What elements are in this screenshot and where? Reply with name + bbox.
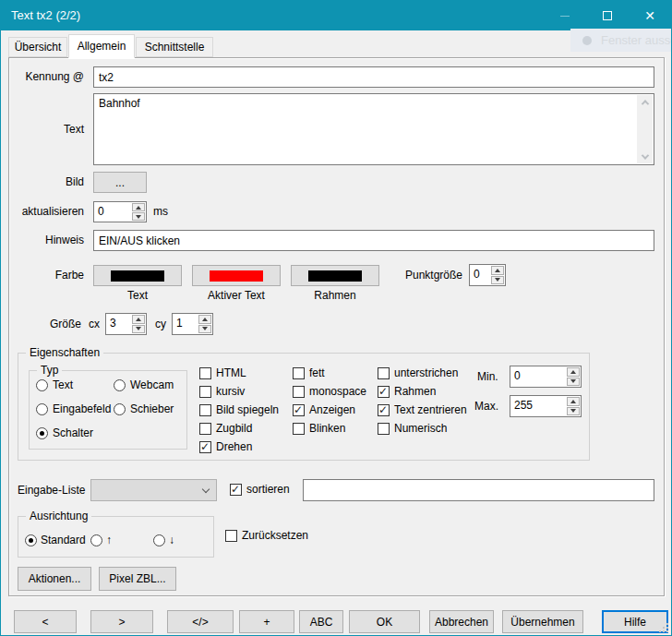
checkbox-blinken-label[interactable]: Blinken bbox=[309, 422, 345, 436]
next-button[interactable]: > bbox=[90, 610, 153, 633]
spin-down-button[interactable] bbox=[567, 407, 580, 416]
hinweis-input[interactable] bbox=[93, 230, 654, 251]
checkbox-monospace[interactable] bbox=[293, 386, 305, 398]
checkbox-zugbild[interactable] bbox=[199, 423, 211, 435]
checkbox-drehen-label[interactable]: Drehen bbox=[216, 440, 252, 454]
tab-schnittstelle[interactable]: Schnittstelle bbox=[136, 37, 213, 57]
rahmen-color-button[interactable] bbox=[291, 265, 379, 286]
radio-ausrichtung-standard-label[interactable]: Standard bbox=[41, 534, 86, 547]
prev-button[interactable]: < bbox=[14, 610, 77, 633]
radio-typ-schieber-label[interactable]: Schieber bbox=[130, 402, 174, 416]
checkbox-kursiv[interactable] bbox=[199, 386, 211, 398]
radio-ausrichtung-up-label[interactable]: ↑ bbox=[106, 534, 112, 547]
radio-typ-eingabefeld[interactable] bbox=[36, 403, 48, 415]
resize-grip[interactable] bbox=[659, 623, 668, 632]
radio-typ-schieber[interactable] bbox=[114, 403, 126, 415]
kennung-input[interactable] bbox=[93, 66, 654, 88]
maximize-button[interactable] bbox=[586, 1, 629, 30]
cx-value[interactable]: 3 bbox=[106, 314, 131, 334]
eingabe-liste-extra-input[interactable] bbox=[303, 479, 654, 501]
textarea-scrollbar[interactable] bbox=[637, 95, 653, 163]
bild-browse-button[interactable]: ... bbox=[93, 172, 147, 193]
checkbox-anzeigen-label[interactable]: Anzeigen bbox=[309, 403, 355, 417]
radio-typ-eingabefeld-label[interactable]: Eingabefeld bbox=[53, 402, 111, 416]
aktualisieren-spinner[interactable]: 0 bbox=[93, 201, 147, 222]
checkbox-unterstrichen-label[interactable]: unterstrichen bbox=[394, 366, 458, 380]
add-button[interactable]: + bbox=[239, 610, 294, 633]
spin-up-button[interactable] bbox=[198, 315, 211, 324]
radio-ausrichtung-up[interactable] bbox=[90, 534, 102, 546]
uebernehmen-button[interactable]: Übernehmen bbox=[502, 610, 583, 633]
checkbox-zugbild-label[interactable]: Zugbild bbox=[216, 422, 252, 436]
radio-typ-text[interactable] bbox=[36, 379, 48, 391]
checkbox-text-zentrieren[interactable] bbox=[378, 404, 390, 416]
checkbox-anzeigen[interactable] bbox=[293, 404, 305, 416]
text-color-button[interactable] bbox=[93, 265, 182, 286]
checkbox-html[interactable] bbox=[199, 367, 211, 379]
close-button[interactable]: ✕ bbox=[629, 1, 671, 30]
spin-down-button[interactable] bbox=[132, 212, 145, 221]
text-textarea[interactable]: Bahnhof bbox=[93, 93, 654, 165]
checkbox-bild-spiegeln-label[interactable]: Bild spiegeln bbox=[216, 403, 279, 417]
radio-ausrichtung-down[interactable] bbox=[153, 534, 165, 546]
radio-typ-webcam-label[interactable]: Webcam bbox=[130, 378, 174, 392]
spin-up-button[interactable] bbox=[132, 203, 145, 211]
ok-button[interactable]: OK bbox=[349, 610, 420, 633]
checkbox-zuruecksetzen-label[interactable]: Zurücksetzen bbox=[242, 529, 308, 543]
radio-typ-schalter[interactable] bbox=[36, 427, 48, 439]
spin-down-button[interactable] bbox=[491, 276, 504, 285]
checkbox-kursiv-label[interactable]: kursiv bbox=[216, 385, 245, 399]
min-spinner[interactable]: 0 bbox=[510, 366, 582, 388]
abbrechen-button[interactable]: Abbrechen bbox=[429, 610, 494, 633]
checkbox-rahmen-label[interactable]: Rahmen bbox=[394, 385, 436, 399]
checkbox-numerisch-label[interactable]: Numerisch bbox=[394, 422, 447, 436]
spin-down-button[interactable] bbox=[132, 325, 145, 334]
checkbox-numerisch[interactable] bbox=[378, 423, 390, 435]
cy-value[interactable]: 1 bbox=[173, 314, 198, 334]
active-text-color-button[interactable] bbox=[192, 265, 281, 286]
spin-up-button[interactable] bbox=[567, 367, 580, 377]
scroll-down-button[interactable] bbox=[637, 150, 653, 163]
spin-down-button[interactable] bbox=[567, 378, 580, 387]
cx-spinner[interactable]: 3 bbox=[105, 313, 147, 335]
title-bar[interactable]: Text tx2 (2/2) ✕ bbox=[1, 1, 671, 30]
checkbox-html-label[interactable]: HTML bbox=[216, 366, 246, 380]
checkbox-bild-spiegeln[interactable] bbox=[199, 404, 211, 416]
checkbox-text-zentrieren-label[interactable]: Text zentrieren bbox=[394, 403, 467, 417]
checkbox-fett[interactable] bbox=[293, 367, 305, 379]
cy-spinner[interactable]: 1 bbox=[172, 313, 213, 335]
checkbox-fett-label[interactable]: fett bbox=[309, 366, 325, 380]
spin-up-button[interactable] bbox=[567, 397, 580, 406]
punktgroesse-value[interactable]: 0 bbox=[470, 265, 490, 285]
tab-allgemein[interactable]: Allgemein bbox=[68, 34, 135, 58]
checkbox-blinken[interactable] bbox=[293, 423, 305, 435]
max-value[interactable]: 255 bbox=[510, 396, 566, 416]
radio-typ-webcam[interactable] bbox=[114, 379, 126, 391]
code-button[interactable]: </> bbox=[167, 610, 234, 633]
spin-up-button[interactable] bbox=[132, 315, 145, 324]
checkbox-rahmen[interactable] bbox=[378, 386, 390, 398]
pixel-zbl-button[interactable]: Pixel ZBL... bbox=[99, 567, 176, 591]
radio-typ-schalter-label[interactable]: Schalter bbox=[53, 426, 93, 440]
abc-button[interactable]: ABC bbox=[299, 610, 343, 633]
checkbox-monospace-label[interactable]: monospace bbox=[309, 385, 366, 399]
spin-down-button[interactable] bbox=[198, 325, 211, 334]
eingabe-liste-dropdown[interactable] bbox=[90, 479, 217, 501]
checkbox-drehen[interactable] bbox=[199, 441, 211, 453]
punktgroesse-spinner[interactable]: 0 bbox=[469, 264, 506, 286]
tab-uebersicht[interactable]: Übersicht bbox=[8, 37, 67, 57]
checkbox-sortieren-label[interactable]: sortieren bbox=[246, 483, 290, 497]
aktionen-button[interactable]: Aktionen... bbox=[18, 567, 91, 591]
scroll-up-button[interactable] bbox=[637, 95, 653, 109]
checkbox-sortieren[interactable] bbox=[230, 484, 242, 496]
checkbox-unterstrichen[interactable] bbox=[378, 367, 390, 379]
radio-typ-text-label[interactable]: Text bbox=[53, 378, 73, 392]
min-value[interactable]: 0 bbox=[510, 366, 566, 387]
spin-up-button[interactable] bbox=[491, 266, 504, 275]
radio-ausrichtung-down-label[interactable]: ↓ bbox=[169, 534, 174, 547]
radio-ausrichtung-standard[interactable] bbox=[25, 534, 37, 546]
minimize-button[interactable] bbox=[544, 1, 586, 30]
aktualisieren-value[interactable]: 0 bbox=[94, 202, 131, 222]
checkbox-zuruecksetzen[interactable] bbox=[225, 530, 237, 542]
max-spinner[interactable]: 255 bbox=[510, 395, 582, 417]
